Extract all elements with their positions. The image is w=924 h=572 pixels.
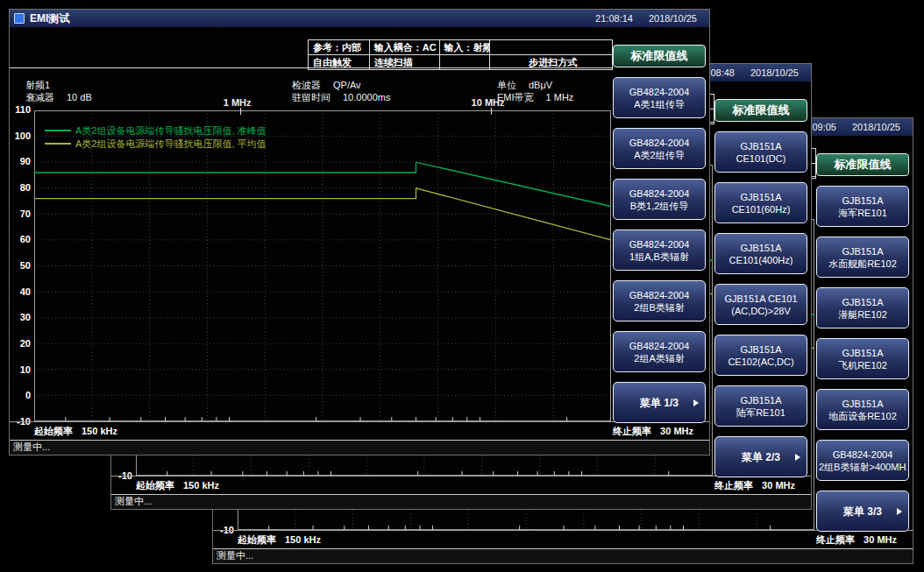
frequency-range-row: 起始频率150 kHz 终止频率30 MHz xyxy=(238,533,897,547)
limit-line-softkey[interactable]: GJB151A CE102(AC,DC) xyxy=(714,335,807,376)
clock-time: 21:08:14 xyxy=(595,13,633,24)
start-frequency-readout: 起始频率150 kHz xyxy=(34,425,117,438)
softkey-line1: GB4824-2004 xyxy=(833,448,893,461)
status-bar: 测量中... xyxy=(213,548,913,563)
y-axis-tick-label: 30 xyxy=(10,313,31,322)
softkey-line2: 海军RE101 xyxy=(838,207,887,219)
softkey-line2: 水面舰船RE102 xyxy=(828,258,897,270)
menu-page-softkey[interactable]: 菜单 2/3 xyxy=(714,436,807,477)
softkey-line2: (AC,DC)>28V xyxy=(731,305,791,317)
menu-page-softkey[interactable]: 菜单 1/3 xyxy=(613,382,706,423)
softkey-line2: CE101(DC) xyxy=(736,152,786,165)
submenu-arrow-icon xyxy=(897,508,902,515)
limit-line-softkey[interactable]: GJB151A CE101(60Hz) xyxy=(714,182,807,223)
limit-line-softkey[interactable]: GJB151A CE101(400Hz) xyxy=(714,233,807,274)
legend-item: A类2组设备电源端传导骚扰电压限值, 平均值 xyxy=(45,138,267,150)
y-axis-tick-label: 0 xyxy=(10,391,31,400)
softkey-line2: 飞机RE102 xyxy=(838,359,887,371)
limit-line-menu-title: 标准限值线 xyxy=(613,45,706,67)
limit-line-softkey[interactable]: GB4824-2004 A类2组传导 xyxy=(613,128,706,169)
menu-page-label: 菜单 2/3 xyxy=(742,451,780,463)
limit-line-softkey[interactable]: GB4824-2004 2组A类辐射 xyxy=(613,331,706,372)
softkey-line2: 潜艇RE102 xyxy=(838,308,887,321)
softkey-line2: B类1,2组传导 xyxy=(630,200,689,212)
softkey-line2: CE101(400Hz) xyxy=(729,254,793,266)
softkey-line1: GB4824-2004 xyxy=(629,340,690,352)
start-frequency-value: 150 kHz xyxy=(82,426,117,436)
start-frequency-readout: 起始频率150 kHz xyxy=(136,479,219,492)
limit-line-softkey[interactable]: GJB151A CE101(DC) xyxy=(714,131,807,173)
softkey-line1: GJB151A CE101 xyxy=(724,293,797,305)
app-icon xyxy=(14,13,25,24)
header-divider xyxy=(10,67,613,68)
limit-line-softkey[interactable]: GB4824-2004 A类1组传导 xyxy=(613,77,706,118)
softkey-line1: GJB151A xyxy=(842,245,883,258)
limit-line-softkey[interactable]: GJB151A 地面设备RE102 xyxy=(816,389,909,430)
limit-line-softkey[interactable]: GJB151A 潜艇RE102 xyxy=(816,287,909,328)
window-title: EMI测试 xyxy=(30,11,590,26)
softkey-line2: 2组B类辐射>400MHz xyxy=(819,461,906,473)
unit-value: dBμV xyxy=(529,80,552,90)
y-axis-tick-label: 100 xyxy=(10,131,31,141)
legend-label: A类2组设备电源端传导骚扰电压限值, 准峰值 xyxy=(75,124,267,138)
softkey-line1: GB4824-2004 xyxy=(629,289,690,301)
start-frequency-readout: 起始频率150 kHz xyxy=(238,533,321,547)
legend-item: A类2组设备电源端传导骚扰电压限值, 准峰值 xyxy=(45,124,267,137)
softkey-line2: CE101(60Hz) xyxy=(732,203,791,215)
limit-line-softkey[interactable]: GB4824-2004 2组B类辐射 xyxy=(613,280,706,321)
y-axis-tick-label: 20 xyxy=(10,339,31,349)
softkey-line1: GB4824-2004 xyxy=(629,86,690,98)
y-axis-tick-label: 80 xyxy=(10,183,31,193)
empty-cell xyxy=(490,40,613,54)
limit-line-softkey[interactable]: GJB151A 飞机RE102 xyxy=(816,338,909,379)
unit-label: 单位 xyxy=(497,80,516,90)
softkey-line1: GJB151A xyxy=(740,394,781,406)
legend-line-swatch xyxy=(45,143,71,145)
y-axis-tick-label: 40 xyxy=(10,287,31,297)
y-axis-tick-label: 110 xyxy=(10,105,31,115)
svg-text:1 MHz: 1 MHz xyxy=(224,97,252,108)
softkey-line1: GJB151A xyxy=(740,343,781,356)
detector-value: QP/Av xyxy=(333,80,361,90)
stop-frequency-value: 30 MHz xyxy=(762,480,795,491)
softkey-line1: GJB151A xyxy=(740,140,781,152)
limit-line-softkey[interactable]: GB4824-2004 2组B类辐射>400MHz xyxy=(816,440,909,481)
legend-label: A类2组设备电源端传导骚扰电压限值, 平均值 xyxy=(75,138,267,151)
limit-line-softkey[interactable]: GJB151A CE101 (AC,DC)>28V xyxy=(714,284,807,325)
ref-source-field: 参考：内部 xyxy=(309,40,370,54)
measuring-status-text: 测量中... xyxy=(13,441,50,452)
y-axis-labels: 110 100 90 80 70 60 50 40 30 xyxy=(10,105,31,427)
svg-text:10 MHz: 10 MHz xyxy=(472,97,505,108)
start-frequency-label: 起始频率 xyxy=(136,480,174,491)
y-axis-tick-label: 90 xyxy=(10,157,31,166)
limit-line-softkey[interactable]: GB4824-2004 1组A,B类辐射 xyxy=(613,230,706,271)
title-bar[interactable]: EMI测试 21:08:14 2018/10/25 xyxy=(10,10,709,27)
limit-line-softkey[interactable]: GJB151A 海军RE101 xyxy=(816,186,909,227)
frequency-range-row: 起始频率150 kHz 终止频率30 MHz xyxy=(34,425,693,438)
clock-date: 2018/10/25 xyxy=(750,67,799,78)
input-coupling-field: 输入耦合：AC xyxy=(370,40,440,54)
menu-page-softkey[interactable]: 菜单 3/3 xyxy=(816,491,909,532)
softkey-line2: 2组A类辐射 xyxy=(634,352,684,364)
softkey-line2: A类1组传导 xyxy=(634,98,684,110)
stop-frequency-value: 30 MHz xyxy=(660,426,693,436)
start-frequency-label: 起始频率 xyxy=(34,426,73,436)
limit-line-softkey[interactable]: GJB151A 陆军RE101 xyxy=(714,385,807,427)
clock-date: 2018/10/25 xyxy=(649,13,697,24)
rf-channel-label: 射频1 xyxy=(25,79,50,92)
desktop: EMI测试 21:08:14 2018/10/25 参考：内部 输入耦合：AC … xyxy=(0,0,924,572)
softkey-line2: 1组A,B类辐射 xyxy=(629,251,689,263)
plot-bottom-divider xyxy=(213,530,913,531)
emi-analyzer-window: EMI测试 21:08:14 2018/10/25 参考：内部 输入耦合：AC … xyxy=(9,9,710,455)
softkey-line1: GJB151A xyxy=(842,398,883,410)
y-axis-tick-label: 50 xyxy=(10,261,31,271)
limit-line-softkey[interactable]: GJB151A 水面舰船RE102 xyxy=(816,237,909,278)
y-axis-tick-label: 10 xyxy=(10,365,31,375)
stop-frequency-readout: 终止频率30 MHz xyxy=(816,533,897,547)
softkey-line1: GB4824-2004 xyxy=(629,187,690,200)
limit-line-softkey[interactable]: GB4824-2004 B类1,2组传导 xyxy=(613,179,706,220)
softkey-line1: GJB151A xyxy=(842,296,883,308)
input-field: 输入：射频 xyxy=(440,40,491,54)
menu-page-label: 菜单 1/3 xyxy=(640,397,679,409)
status-bar: 测量中... xyxy=(10,440,709,455)
